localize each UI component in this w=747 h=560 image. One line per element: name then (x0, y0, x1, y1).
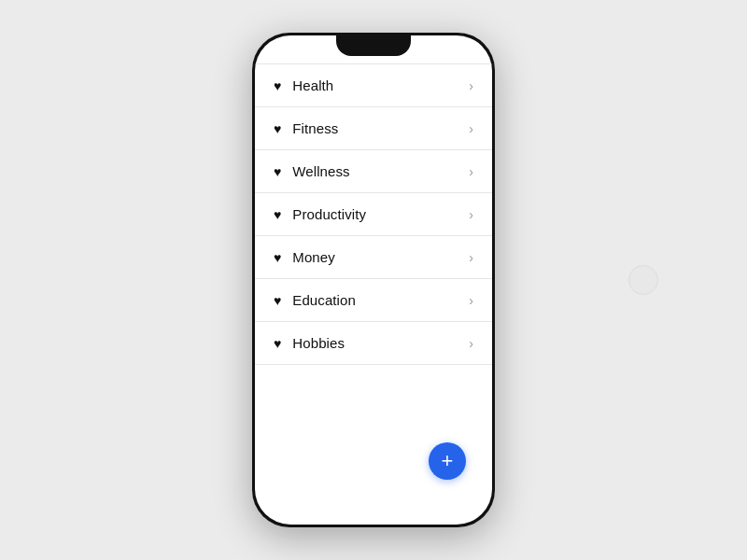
item-left-productivity: ♥ Productivity (274, 206, 366, 222)
item-label-wellness: Wellness (292, 163, 349, 179)
list-item-wellness[interactable]: ♥ Wellness › (255, 150, 492, 193)
item-left-education: ♥ Education (274, 292, 356, 308)
chevron-icon-education: › (469, 293, 473, 308)
chevron-icon-health: › (469, 78, 473, 93)
heart-icon-wellness: ♥ (274, 164, 281, 179)
chevron-icon-productivity: › (469, 207, 473, 222)
heart-icon-health: ♥ (274, 78, 281, 93)
plus-icon: + (442, 451, 454, 471)
item-label-productivity: Productivity (292, 206, 366, 222)
item-label-money: Money (292, 249, 335, 265)
phone-frame: ♥ Health › ♥ Fitness › ♥ Wellness › ♥ Pr… (252, 33, 495, 527)
item-left-health: ♥ Health (274, 77, 333, 93)
item-label-education: Education (292, 292, 356, 308)
chevron-icon-hobbies: › (469, 336, 473, 351)
heart-icon-education: ♥ (274, 293, 281, 308)
heart-icon-money: ♥ (274, 250, 281, 265)
item-label-hobbies: Hobbies (292, 335, 345, 351)
chevron-icon-wellness: › (469, 164, 473, 179)
list-item-money[interactable]: ♥ Money › (255, 236, 492, 279)
list-item-fitness[interactable]: ♥ Fitness › (255, 107, 492, 150)
list-item-hobbies[interactable]: ♥ Hobbies › (255, 322, 492, 365)
list-item-education[interactable]: ♥ Education › (255, 279, 492, 322)
item-label-health: Health (292, 77, 333, 93)
phone-notch (336, 35, 411, 56)
scroll-indicator (628, 265, 658, 295)
list-item-productivity[interactable]: ♥ Productivity › (255, 193, 492, 236)
item-left-money: ♥ Money (274, 249, 335, 265)
list-item-health[interactable]: ♥ Health › (255, 63, 492, 107)
item-label-fitness: Fitness (292, 120, 338, 136)
item-left-hobbies: ♥ Hobbies (274, 335, 345, 351)
item-left-wellness: ♥ Wellness (274, 163, 350, 179)
item-left-fitness: ♥ Fitness (274, 120, 338, 136)
chevron-icon-fitness: › (469, 121, 473, 136)
heart-icon-fitness: ♥ (274, 121, 281, 136)
chevron-icon-money: › (469, 250, 473, 265)
phone-screen: ♥ Health › ♥ Fitness › ♥ Wellness › ♥ Pr… (255, 35, 492, 525)
heart-icon-hobbies: ♥ (274, 336, 281, 351)
add-button[interactable]: + (429, 442, 466, 480)
heart-icon-productivity: ♥ (274, 207, 281, 222)
app-scene: ♥ Health › ♥ Fitness › ♥ Wellness › ♥ Pr… (0, 0, 747, 560)
